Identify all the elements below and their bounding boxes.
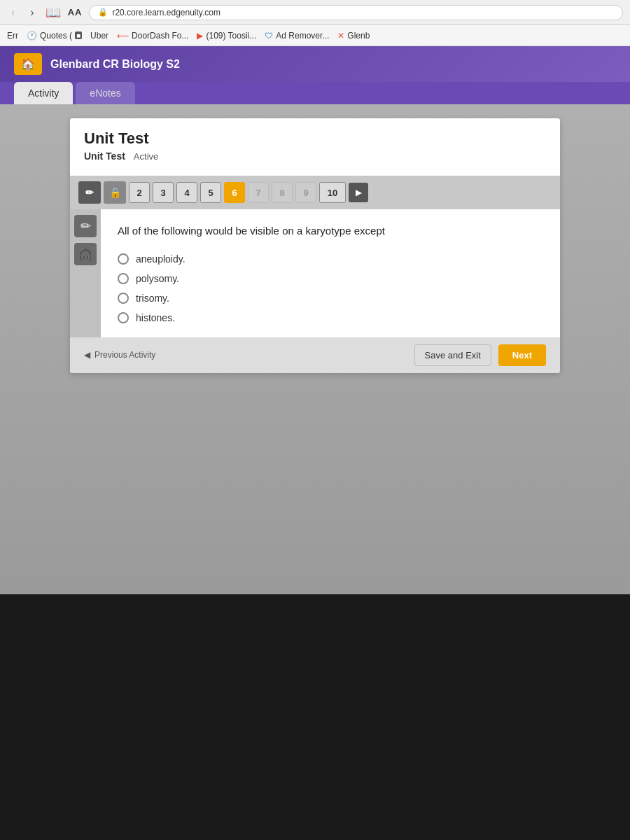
question-nav-btn-3[interactable]: 3 bbox=[153, 182, 174, 203]
options-list: aneuploidy. polysomy. trisomy. histones. bbox=[118, 253, 543, 323]
bookmark-err-label: Err bbox=[7, 31, 18, 41]
pencil-tool-button[interactable]: ✏ bbox=[78, 181, 101, 204]
bottom-bar: ◀ Previous Activity Save and Exit Next bbox=[70, 337, 560, 373]
quiz-container: Unit Test Unit Test Active ✏ 🔒 2 3 4 5 6… bbox=[70, 118, 560, 373]
quiz-subtitle: Unit Test bbox=[84, 150, 125, 162]
bookmark-glen[interactable]: ✕ Glenb bbox=[337, 31, 370, 41]
play-button[interactable]: ▶ bbox=[349, 183, 368, 202]
save-exit-button[interactable]: Save and Exit bbox=[414, 344, 491, 366]
status-badge: Active bbox=[134, 151, 158, 162]
next-button[interactable]: Next bbox=[498, 344, 546, 366]
question-nav-btn-7[interactable]: 7 bbox=[248, 182, 269, 203]
previous-activity-button[interactable]: ◀ Previous Activity bbox=[84, 350, 155, 360]
aa-button[interactable]: AA bbox=[68, 7, 83, 18]
bookmark-quotes[interactable]: 🕐 Quotes ( ■ bbox=[27, 31, 82, 41]
lock-tool-button[interactable]: 🔒 bbox=[104, 181, 126, 204]
main-content-area: Unit Test Unit Test Active ✏ 🔒 2 3 4 5 6… bbox=[0, 104, 630, 594]
question-nav-btn-5[interactable]: 5 bbox=[200, 182, 221, 203]
url-text: r20.core.learn.edgenuity.com bbox=[112, 8, 220, 18]
question-nav-btn-9[interactable]: 9 bbox=[295, 182, 316, 203]
option-c-label: trisomy. bbox=[136, 293, 169, 304]
option-c-radio[interactable] bbox=[118, 293, 129, 304]
bottom-surface bbox=[0, 594, 630, 840]
quiz-header: Unit Test Unit Test Active bbox=[70, 118, 560, 176]
bookmark-quotes-dot: ■ bbox=[75, 31, 82, 39]
pencil-side-button[interactable]: ✏ bbox=[74, 215, 97, 237]
browser-chrome: ‹ › 📖 AA 🔒 r20.core.learn.edgenuity.com bbox=[0, 0, 630, 25]
question-nav-btn-4[interactable]: 4 bbox=[176, 182, 197, 203]
quotes-icon: 🕐 bbox=[27, 31, 37, 41]
app-header: 🏠 Glenbard CR Biology S2 bbox=[0, 46, 630, 82]
bookmark-ad-remover-label: Ad Remover... bbox=[276, 31, 329, 41]
question-area: All of the following would be visible on… bbox=[101, 209, 560, 337]
question-nav-btn-8[interactable]: 8 bbox=[272, 182, 293, 203]
option-d[interactable]: histones. bbox=[118, 312, 543, 323]
option-d-radio[interactable] bbox=[118, 312, 129, 323]
bookmark-doordash-label: DoorDash Fo... bbox=[132, 31, 188, 41]
question-nav-btn-2[interactable]: 2 bbox=[129, 182, 150, 203]
option-c[interactable]: trisomy. bbox=[118, 293, 543, 304]
quiz-subtitle-row: Unit Test Active bbox=[84, 150, 546, 162]
back-button[interactable]: ‹ bbox=[7, 5, 19, 20]
quiz-body: ✏ 🎧 All of the following would be visibl… bbox=[70, 209, 560, 337]
bookmark-glen-label: Glenb bbox=[347, 31, 370, 41]
youtube-icon: ▶ bbox=[197, 31, 203, 41]
bookmark-err[interactable]: Err bbox=[7, 31, 18, 41]
tab-activity[interactable]: Activity bbox=[14, 82, 73, 104]
option-a[interactable]: aneuploidy. bbox=[118, 253, 543, 265]
ad-remover-icon: 🛡 bbox=[265, 31, 273, 41]
quiz-title: Unit Test bbox=[84, 130, 546, 148]
option-b[interactable]: polysomy. bbox=[118, 273, 543, 284]
tab-enotes[interactable]: eNotes bbox=[76, 82, 134, 104]
question-nav-btn-10[interactable]: 10 bbox=[319, 182, 346, 203]
address-bar: 🔒 r20.core.learn.edgenuity.com bbox=[89, 5, 623, 20]
doordash-icon: ⟵ bbox=[117, 31, 129, 41]
question-text: All of the following would be visible on… bbox=[118, 223, 543, 239]
bookmarks-bar: Err 🕐 Quotes ( ■ Uber ⟵ DoorDash Fo... ▶… bbox=[0, 25, 630, 46]
question-nav-btn-6[interactable]: 6 bbox=[224, 182, 245, 203]
headphones-side-button[interactable]: 🎧 bbox=[74, 243, 97, 265]
course-title: Glenbard CR Biology S2 bbox=[50, 58, 180, 71]
glen-icon: ✕ bbox=[337, 31, 344, 41]
tab-bar: Activity eNotes bbox=[0, 82, 630, 104]
option-a-radio[interactable] bbox=[118, 253, 129, 265]
option-b-radio[interactable] bbox=[118, 273, 129, 284]
home-button[interactable]: 🏠 bbox=[14, 53, 42, 75]
lock-icon: 🔒 bbox=[98, 8, 108, 17]
question-nav: ✏ 🔒 2 3 4 5 6 7 8 9 10 ▶ bbox=[70, 176, 560, 209]
option-d-label: histones. bbox=[136, 312, 175, 323]
bookmark-toosii[interactable]: ▶ (109) Toosii... bbox=[197, 31, 256, 41]
bookmark-doordash[interactable]: ⟵ DoorDash Fo... bbox=[117, 31, 188, 41]
action-buttons: Save and Exit Next bbox=[414, 344, 546, 366]
prev-icon: ◀ bbox=[84, 350, 90, 360]
prev-label: Previous Activity bbox=[94, 350, 155, 360]
forward-button[interactable]: › bbox=[26, 5, 38, 20]
bookmark-ad-remover[interactable]: 🛡 Ad Remover... bbox=[265, 31, 329, 41]
bookmark-toosii-label: (109) Toosii... bbox=[206, 31, 256, 41]
option-b-label: polysomy. bbox=[136, 273, 179, 284]
side-tools: ✏ 🎧 bbox=[70, 209, 101, 337]
bookmark-uber[interactable]: Uber bbox=[90, 31, 108, 41]
bookmark-uber-label: Uber bbox=[90, 31, 108, 41]
reader-icon: 📖 bbox=[46, 5, 61, 20]
bookmark-quotes-label: Quotes ( bbox=[40, 31, 72, 41]
option-a-label: aneuploidy. bbox=[136, 253, 186, 265]
